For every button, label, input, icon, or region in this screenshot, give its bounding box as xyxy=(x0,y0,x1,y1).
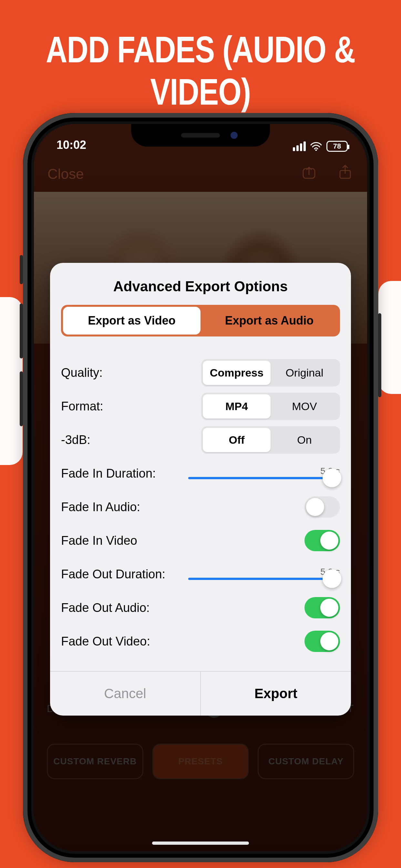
phone-screen: 10:02 78 Close xyxy=(34,124,367,851)
fade-out-video-toggle[interactable] xyxy=(305,631,340,652)
slider-thumb[interactable] xyxy=(322,569,341,588)
phone-notch xyxy=(131,124,270,147)
slider-thumb[interactable] xyxy=(322,469,341,487)
cellular-icon xyxy=(293,142,306,151)
export-as-video-tab[interactable]: Export as Video xyxy=(63,307,201,335)
svg-point-0 xyxy=(315,150,317,151)
fade-out-video-label: Fade Out Video: xyxy=(61,634,150,648)
format-label: Format: xyxy=(61,399,103,413)
export-options-modal: Advanced Export Options Export as Video … xyxy=(50,263,351,716)
fade-out-audio-label: Fade Out Audio: xyxy=(61,601,150,615)
fade-out-duration-label: Fade Out Duration: xyxy=(61,567,165,581)
modal-title: Advanced Export Options xyxy=(50,263,351,305)
minus3db-label: -3dB: xyxy=(61,433,90,447)
fade-out-duration-slider[interactable]: 5.0 s xyxy=(188,569,340,580)
format-mov[interactable]: MOV xyxy=(271,394,338,418)
minus3db-segmented[interactable]: Off On xyxy=(201,426,340,454)
decorative-wave-right xyxy=(378,281,401,394)
quality-compress[interactable]: Compress xyxy=(203,361,271,385)
status-time: 10:02 xyxy=(57,138,86,152)
fade-in-video-toggle[interactable] xyxy=(305,530,340,551)
format-mp4[interactable]: MP4 xyxy=(203,394,271,418)
fade-in-audio-label: Fade In Audio: xyxy=(61,500,140,514)
fade-in-video-label: Fade In Video xyxy=(61,534,137,548)
fade-in-duration-slider[interactable]: 5.0 s xyxy=(188,468,340,479)
quality-original[interactable]: Original xyxy=(271,361,338,385)
phone-side-button xyxy=(378,313,381,397)
format-segmented[interactable]: MP4 MOV xyxy=(201,393,340,420)
minus3db-off[interactable]: Off xyxy=(203,428,271,452)
battery-indicator: 78 xyxy=(327,141,348,152)
minus3db-on[interactable]: On xyxy=(271,428,338,452)
quality-label: Quality: xyxy=(61,366,103,380)
phone-frame: 10:02 78 Close xyxy=(23,113,378,862)
export-button[interactable]: Export xyxy=(201,672,351,716)
phone-side-button xyxy=(20,371,23,426)
quality-segmented[interactable]: Compress Original xyxy=(201,359,340,386)
fade-in-duration-label: Fade In Duration: xyxy=(61,467,156,480)
fade-out-audio-toggle[interactable] xyxy=(305,597,340,618)
home-indicator xyxy=(152,841,249,845)
phone-side-button xyxy=(20,304,23,359)
wifi-icon xyxy=(310,142,322,151)
promo-headline: ADD FADES (AUDIO & VIDEO) xyxy=(0,0,401,113)
export-as-audio-tab[interactable]: Export as Audio xyxy=(201,307,338,335)
cancel-button[interactable]: Cancel xyxy=(50,672,201,716)
export-mode-segmented[interactable]: Export as Video Export as Audio xyxy=(61,305,340,337)
decorative-wave-left xyxy=(0,297,23,465)
fade-in-audio-toggle[interactable] xyxy=(305,496,340,518)
phone-side-button xyxy=(20,255,23,284)
